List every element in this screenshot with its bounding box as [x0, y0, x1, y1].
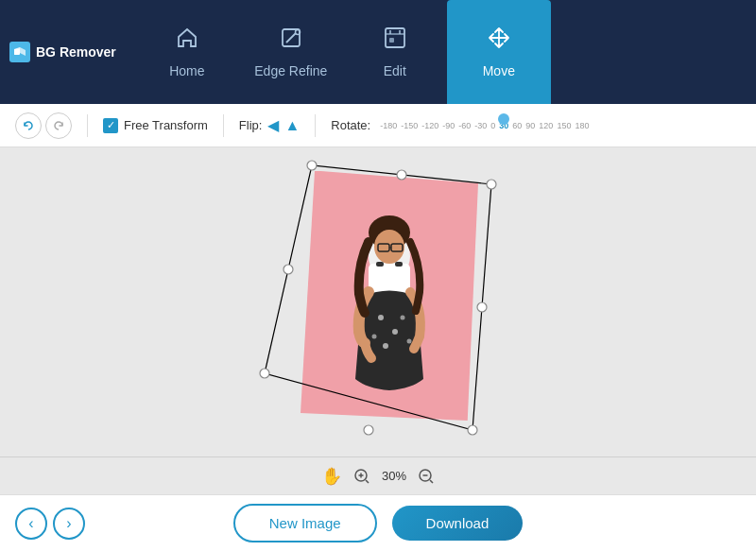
tab-edge-refine-label: Edge Refine	[254, 63, 327, 78]
transform-handles-svg	[236, 156, 520, 449]
svg-point-6	[260, 369, 269, 378]
navbar: BG Remover Home Edge Refine	[0, 0, 756, 104]
rotate-group: Rotate: -180 -150 -120 -90 -60 -30 0 30 …	[331, 118, 741, 132]
flip-vertical-button[interactable]: ▲	[284, 117, 300, 134]
app-logo: BG Remover	[9, 42, 116, 62]
svg-point-2	[295, 30, 300, 35]
free-transform-checkbox[interactable]: ✓	[103, 118, 118, 133]
tab-edit[interactable]: Edit	[343, 0, 447, 104]
free-transform-group: ✓ Free Transform	[103, 118, 208, 133]
svg-point-7	[307, 161, 317, 170]
zoom-in-button[interactable]	[353, 468, 370, 485]
svg-point-13	[364, 425, 373, 435]
hand-tool-icon[interactable]: ✋	[321, 466, 342, 487]
divider-1	[87, 114, 88, 137]
app-title: BG Remover	[36, 44, 116, 60]
new-image-label: New Image	[269, 515, 341, 531]
tab-move[interactable]: Move	[447, 0, 551, 104]
prev-icon: ‹	[28, 515, 33, 532]
download-label: Download	[426, 515, 490, 531]
undo-button[interactable]	[15, 112, 42, 139]
tab-home[interactable]: Home	[135, 0, 239, 104]
main-content: ✓ Free Transform Flip: ◀ ▲ Rotate: -180 …	[0, 104, 756, 551]
svg-marker-5	[265, 165, 491, 430]
svg-line-35	[430, 480, 433, 483]
transform-container	[236, 156, 520, 449]
flip-horizontal-button[interactable]: ◀	[267, 116, 279, 134]
svg-point-11	[397, 170, 406, 180]
tab-edge-refine[interactable]: Edge Refine	[239, 0, 343, 104]
free-transform-label: Free Transform	[124, 118, 208, 132]
divider-2	[223, 114, 224, 137]
next-icon: ›	[66, 515, 71, 532]
tab-home-label: Home	[169, 63, 204, 78]
svg-point-12	[477, 302, 487, 312]
divider-3	[315, 114, 316, 137]
redo-button[interactable]	[45, 112, 72, 139]
svg-point-9	[468, 425, 477, 435]
tab-move-label: Move	[483, 63, 515, 78]
svg-rect-3	[386, 28, 404, 47]
zoom-controls: ✋ 30%	[0, 456, 756, 494]
tab-edit-label: Edit	[384, 63, 406, 78]
flip-group: Flip: ◀ ▲	[239, 116, 300, 134]
footer: ‹ › New Image Download	[0, 494, 756, 551]
undo-redo-group	[15, 112, 72, 139]
edge-refine-icon	[279, 26, 303, 56]
download-button[interactable]: Download	[392, 506, 524, 541]
logo-icon	[9, 42, 30, 62]
move-icon	[487, 26, 511, 56]
flip-text: Flip:	[239, 118, 263, 132]
nav-tabs: Home Edge Refine	[135, 0, 551, 104]
canvas-area[interactable]	[0, 147, 756, 456]
svg-rect-4	[389, 38, 394, 43]
svg-point-8	[487, 180, 496, 189]
home-icon	[175, 26, 199, 56]
svg-point-10	[284, 265, 293, 274]
zoom-level-label: 30%	[382, 469, 406, 483]
next-button[interactable]: ›	[53, 508, 85, 540]
prev-button[interactable]: ‹	[15, 508, 47, 540]
rotate-label: Rotate:	[331, 118, 370, 132]
toolbar: ✓ Free Transform Flip: ◀ ▲ Rotate: -180 …	[0, 104, 756, 147]
svg-line-32	[366, 480, 369, 483]
edit-icon	[383, 26, 407, 56]
new-image-button[interactable]: New Image	[233, 504, 377, 542]
zoom-out-button[interactable]	[418, 468, 435, 485]
